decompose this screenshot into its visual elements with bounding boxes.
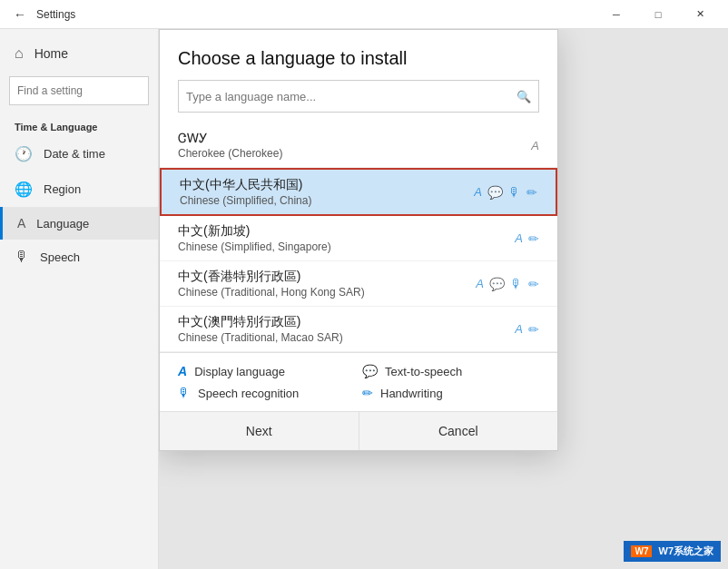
handwriting-icon: ✏: [362, 386, 373, 400]
region-icon: 🌐: [15, 181, 33, 198]
cherokee-a-icon: A: [531, 139, 539, 152]
back-button[interactable]: ←: [7, 2, 33, 27]
language-search-input[interactable]: [186, 90, 516, 103]
language-list: ᏣᎳᎩ Cherokee (Cherokee) A 中文(中华人民共和国): [160, 123, 557, 352]
lang-chinese-sc-icons: A 💬 🎙 ✏: [474, 185, 537, 200]
dialog-overlay: Choose a language to install 🔍 ᏣᎳᎩ Chero…: [159, 29, 728, 569]
feature-display-lang: A Display language: [178, 364, 355, 378]
lang-chinese-tm-text: 中文(澳門特別行政區) Chinese (Traditional, Macao …: [178, 314, 343, 344]
chinese-thk-pen-icon: ✏: [528, 277, 539, 291]
feature-speech-recognition: 🎙 Speech recognition: [178, 386, 355, 400]
lang-item-chinese-simplified-china[interactable]: 中文(中华人民共和国) Chinese (Simplified, China) …: [160, 168, 557, 216]
features-section: A Display language 💬 Text-to-speech 🎙 Sp…: [160, 352, 557, 411]
sidebar-language-label: Language: [36, 217, 89, 231]
dialog-search-container: 🔍: [178, 80, 539, 113]
minimize-button[interactable]: ─: [595, 0, 637, 29]
watermark-text: W7系统之家: [659, 545, 714, 556]
search-icon: 🔍: [516, 90, 531, 103]
date-time-icon: 🕐: [15, 145, 33, 162]
chinese-thk-a-icon: A: [476, 277, 484, 290]
dialog-title: Choose a language to install: [160, 30, 557, 80]
lang-cherokee-text: ᏣᎳᎩ Cherokee (Cherokee): [178, 131, 282, 160]
watermark-logo: W7: [631, 545, 652, 557]
lang-item-chinese-simplified-singapore[interactable]: 中文(新加坡) Chinese (Simplified, Singapore) …: [160, 216, 557, 261]
lang-item-cherokee[interactable]: ᏣᎳᎩ Cherokee (Cherokee) A: [160, 123, 557, 168]
sidebar-item-region[interactable]: 🌐 Region: [0, 172, 158, 207]
chinese-ss-pen-icon: ✏: [528, 231, 539, 246]
language-icon: A: [17, 216, 25, 231]
sidebar-date-time-label: Date & time: [44, 147, 105, 161]
sidebar-item-language[interactable]: A Language: [0, 207, 158, 240]
sidebar-item-home[interactable]: ⌂ Home: [0, 36, 158, 71]
lang-chinese-ss-icons: A ✏: [515, 231, 539, 246]
sidebar-region-label: Region: [44, 182, 81, 196]
lang-chinese-tm-sub: Chinese (Traditional, Macao SAR): [178, 331, 343, 344]
feature-text-to-speech-label: Text-to-speech: [385, 365, 462, 378]
main-panel: er will appear in this anguage in the li…: [159, 29, 728, 569]
lang-chinese-sc-name: 中文(中华人民共和国): [180, 177, 311, 193]
lang-chinese-thk-icons: A 💬 🎙 ✏: [476, 277, 539, 291]
lang-chinese-sc-text: 中文(中华人民共和国) Chinese (Simplified, China): [180, 177, 311, 207]
sidebar-section-label: Time & Language: [0, 111, 158, 136]
window-controls: ─ □ ✕: [595, 0, 721, 29]
lang-cherokee-icons: A: [531, 139, 539, 152]
lang-cherokee-name: ᏣᎳᎩ: [178, 131, 282, 146]
feature-text-to-speech: 💬 Text-to-speech: [362, 364, 539, 378]
chinese-tm-pen-icon: ✏: [528, 322, 539, 337]
titlebar: ← Settings ─ □ ✕: [0, 0, 728, 29]
lang-item-chinese-traditional-hk[interactable]: 中文(香港特別行政區) Chinese (Traditional, Hong K…: [160, 261, 557, 307]
speech-icon: 🎙: [15, 249, 29, 265]
lang-chinese-thk-name: 中文(香港特別行政區): [178, 269, 365, 285]
speech-recognition-icon: 🎙: [178, 386, 191, 400]
lang-item-chinese-traditional-macao[interactable]: 中文(澳門特別行政區) Chinese (Traditional, Macao …: [160, 307, 557, 352]
settings-window: ← Settings ─ □ ✕ ⌂ Home Time & Language …: [0, 0, 728, 569]
chinese-ss-a-icon: A: [515, 231, 523, 245]
feature-handwriting-label: Handwriting: [380, 387, 443, 400]
lang-chinese-ss-text: 中文(新加坡) Chinese (Simplified, Singapore): [178, 223, 331, 253]
sidebar-search-container: [9, 76, 149, 105]
home-icon: ⌂: [15, 45, 24, 62]
sidebar-item-speech[interactable]: 🎙 Speech: [0, 240, 158, 274]
chinese-sc-pen-icon: ✏: [526, 185, 537, 200]
cancel-button[interactable]: Cancel: [359, 412, 558, 450]
lang-chinese-tm-name: 中文(澳門特別行政區): [178, 314, 343, 330]
feature-speech-recognition-label: Speech recognition: [198, 387, 299, 400]
lang-chinese-thk-sub: Chinese (Traditional, Hong Kong SAR): [178, 286, 365, 299]
lang-chinese-ss-sub: Chinese (Simplified, Singapore): [178, 240, 331, 253]
sidebar: ⌂ Home Time & Language 🕐 Date & time 🌐 R…: [0, 29, 159, 569]
sidebar-speech-label: Speech: [40, 250, 80, 264]
display-lang-icon: A: [178, 364, 187, 378]
sidebar-search-input[interactable]: [9, 76, 149, 105]
chinese-tm-a-icon: A: [515, 322, 523, 336]
dialog-buttons: Next Cancel: [160, 411, 557, 450]
chinese-sc-mic-icon: 🎙: [508, 185, 521, 200]
feature-handwriting: ✏ Handwriting: [362, 386, 539, 400]
feature-display-lang-label: Display language: [194, 365, 285, 378]
chinese-thk-chat-icon: 💬: [489, 277, 505, 291]
lang-chinese-ss-name: 中文(新加坡): [178, 223, 331, 240]
next-button[interactable]: Next: [160, 412, 359, 450]
content-area: ⌂ Home Time & Language 🕐 Date & time 🌐 R…: [0, 29, 728, 569]
chinese-sc-a-icon: A: [474, 185, 482, 199]
language-install-dialog: Choose a language to install 🔍 ᏣᎳᎩ Chero…: [159, 29, 558, 451]
lang-chinese-thk-text: 中文(香港特別行政區) Chinese (Traditional, Hong K…: [178, 269, 365, 299]
chinese-thk-mic-icon: 🎙: [510, 277, 523, 291]
chinese-sc-chat-icon: 💬: [487, 185, 503, 200]
sidebar-home-label: Home: [34, 46, 68, 61]
lang-cherokee-sub: Cherokee (Cherokee): [178, 147, 282, 160]
sidebar-item-date-time[interactable]: 🕐 Date & time: [0, 136, 158, 172]
text-to-speech-icon: 💬: [362, 364, 378, 378]
maximize-button[interactable]: □: [637, 0, 679, 29]
lang-chinese-sc-sub: Chinese (Simplified, China): [180, 194, 311, 207]
watermark: W7 W7系统之家: [624, 541, 721, 562]
close-button[interactable]: ✕: [679, 0, 721, 29]
titlebar-title: Settings: [36, 8, 75, 21]
lang-chinese-tm-icons: A ✏: [515, 322, 539, 337]
